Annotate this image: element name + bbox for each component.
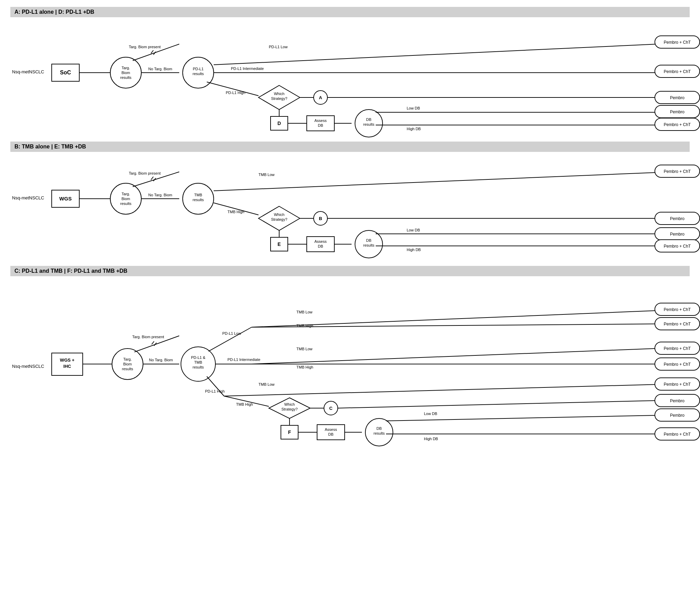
pdl1-tmb-label3-CF: results bbox=[193, 365, 204, 369]
db-results-label2-BE: results bbox=[363, 243, 375, 247]
assess-db-label1-BE: Assess bbox=[314, 239, 327, 243]
pembro-cht-CF-2-label: Pembro + ChT bbox=[664, 322, 691, 326]
label-high-db-AD: High DB bbox=[407, 127, 421, 131]
label-no-biom-CF: No Targ. Biom bbox=[149, 358, 173, 362]
pembro-BE-3-label: Pembro bbox=[670, 232, 684, 237]
which-strategy-label1-BE: Which bbox=[274, 212, 285, 217]
which-strategy-label2-BE: Strategy? bbox=[271, 217, 287, 221]
label-high-db-BE: High DB bbox=[407, 248, 421, 252]
pembro-CF-7-label: Pembro bbox=[670, 413, 684, 418]
pembro-cht-CF-3-label: Pembro + ChT bbox=[664, 346, 691, 351]
pembro-CF-6-label: Pembro bbox=[670, 398, 684, 403]
svg-BE: Nsq-metNSCLC WGS Targ. Biom results Targ… bbox=[10, 158, 700, 255]
label-pdl1-low: PD-L1 Low bbox=[269, 45, 287, 49]
db-results-label2-CF: results bbox=[374, 431, 385, 435]
assess-db-label1-AD: Assess bbox=[314, 118, 327, 123]
line-tmb-low-pdl1inter bbox=[252, 348, 672, 364]
tmb-label2-BE: results bbox=[193, 198, 204, 202]
assess-db-label2-CF: DB bbox=[328, 432, 333, 436]
line-pdl1-low-CF bbox=[209, 327, 252, 351]
which-strategy-label2-AD: Strategy? bbox=[271, 96, 287, 101]
biom-label2-AD: Biom bbox=[121, 71, 130, 75]
pembro-cht-CF-8-label: Pembro + ChT bbox=[664, 432, 691, 437]
label-pdl1-high-CF: PD-L1 High bbox=[205, 389, 225, 393]
which-strategy-label2-CF: Strategy? bbox=[281, 407, 297, 411]
label-no-biom-BE: No Targ. Biom bbox=[148, 193, 172, 197]
wgs-label: WGS bbox=[59, 196, 72, 201]
pembro-cht-3-label: Pembro + ChT bbox=[664, 122, 691, 127]
biom-label2-BE: Biom bbox=[121, 197, 130, 201]
label-pdl1-inter: PD-L1 Intermediate bbox=[231, 66, 264, 71]
db-results-label2-AD: results bbox=[363, 122, 375, 126]
wgs-ihc-label1: WGS + bbox=[60, 357, 75, 363]
label-low-db-AD: Low DB bbox=[407, 106, 420, 110]
label-tmb-low-pdl1low: TMB Low bbox=[296, 310, 313, 314]
line-C-pembro bbox=[338, 400, 672, 408]
assess-db-label1-CF: Assess bbox=[325, 427, 337, 432]
pembro-2-label: Pembro bbox=[670, 110, 684, 114]
label-targ-present-CF: Targ. Biom present bbox=[132, 335, 164, 339]
svg-AD: Nsq-metNSCLC SoC Targ. Biom results Targ… bbox=[10, 23, 700, 130]
biom-label1-AD: Targ. bbox=[122, 66, 130, 70]
section-header-CF: C: PD-L1 and TMB | F: PD-L1 and TMB +DB bbox=[10, 266, 690, 276]
biom-label3-AD: results bbox=[120, 75, 132, 80]
line-tmb-low-pdl1high bbox=[224, 384, 672, 396]
pembro-cht-2-label: Pembro + ChT bbox=[664, 69, 691, 74]
section-AD: A: PD-L1 alone | D: PD-L1 +DB Nsq-metNSC… bbox=[10, 7, 690, 131]
pembro-cht-CF-1-label: Pembro + ChT bbox=[664, 307, 691, 312]
F-label: F bbox=[288, 429, 291, 435]
biom-label1-BE: Targ. bbox=[122, 192, 130, 196]
which-strategy-label1-CF: Which bbox=[284, 402, 295, 406]
label-targ-present-AD: Targ. Biom present bbox=[129, 45, 161, 49]
section-BE: B: TMB alone | E: TMB +DB Nsq-metNSCLC W… bbox=[10, 142, 690, 256]
pembro-cht-CF-4-label: Pembro + ChT bbox=[664, 362, 691, 367]
label-high-db-CF: High DB bbox=[424, 437, 438, 441]
label-tmb-high: TMB High bbox=[227, 210, 244, 214]
line-tmb-low bbox=[214, 172, 672, 191]
label-tmb-low-pdl1inter: TMB Low bbox=[296, 347, 313, 351]
svg-line-4 bbox=[152, 341, 154, 344]
svg-line-2 bbox=[151, 177, 153, 180]
svg-line-0 bbox=[151, 50, 153, 53]
main-container: A: PD-L1 alone | D: PD-L1 +DB Nsq-metNSC… bbox=[0, 0, 700, 473]
D-label: D bbox=[277, 121, 281, 126]
label-tmb-low: TMB Low bbox=[258, 173, 275, 177]
E-label: E bbox=[277, 241, 281, 247]
line-low-db-CF bbox=[386, 415, 672, 421]
pembro-cht-BE-1-label: Pembro + ChT bbox=[664, 169, 691, 174]
label-C: C bbox=[329, 406, 333, 411]
diagram-CF: Nsq-metNSCLC WGS + IHC Targ. Biom result… bbox=[10, 282, 690, 456]
db-results-label1-BE: DB bbox=[366, 238, 371, 242]
svg-CF: Nsq-metNSCLC WGS + IHC Targ. Biom result… bbox=[10, 282, 700, 455]
db-results-label1-CF: DB bbox=[376, 426, 382, 431]
soc-label: SoC bbox=[60, 70, 71, 75]
db-results-label1-AD: DB bbox=[366, 117, 371, 122]
pembro-cht-BE-4-label: Pembro + ChT bbox=[664, 244, 691, 249]
label-targ-present-BE: Targ. Biom present bbox=[129, 171, 161, 175]
which-strategy-label1-AD: Which bbox=[274, 92, 285, 96]
section-CF: C: PD-L1 and TMB | F: PD-L1 and TMB +DB … bbox=[10, 266, 690, 456]
label-pdl1-inter-CF: PD-L1 Intermediate bbox=[227, 357, 260, 362]
wgs-ihc-label2: IHC bbox=[63, 364, 71, 369]
label-tmb-high-pdl1inter: TMB High bbox=[296, 365, 313, 369]
pembro-1-label: Pembro bbox=[670, 95, 684, 100]
label-no-biom-AD: No Targ. Biom bbox=[148, 67, 172, 71]
pdl1-tmb-label2-CF: TMB bbox=[194, 360, 202, 364]
pdl1-tmb-label1-CF: PD-L1 & bbox=[191, 355, 205, 360]
label-nsq-BE: Nsq-metNSCLC bbox=[12, 195, 44, 200]
label-B: B bbox=[319, 216, 322, 221]
biom-label3-BE: results bbox=[120, 201, 132, 206]
label-pdl1-low-CF: PD-L1 Low bbox=[222, 331, 241, 335]
biom-label2-CF: Biom bbox=[123, 362, 132, 366]
pembro-BE-2-label: Pembro bbox=[670, 216, 684, 221]
tmb-label1-BE: TMB bbox=[194, 193, 202, 197]
section-header-AD: A: PD-L1 alone | D: PD-L1 +DB bbox=[10, 7, 690, 17]
label-tmb-low-pdl1high: TMB Low bbox=[258, 382, 275, 386]
diagram-BE: Nsq-metNSCLC WGS Targ. Biom results Targ… bbox=[10, 158, 690, 256]
biom-label3-CF: results bbox=[122, 367, 133, 371]
label-pdl1-high: PD-L1 High bbox=[226, 91, 245, 95]
label-A: A bbox=[319, 95, 322, 100]
label-low-db-BE: Low DB bbox=[407, 228, 420, 232]
assess-db-label2-AD: DB bbox=[318, 123, 323, 127]
label-nsq-AD: Nsq-metNSCLC bbox=[12, 69, 44, 74]
